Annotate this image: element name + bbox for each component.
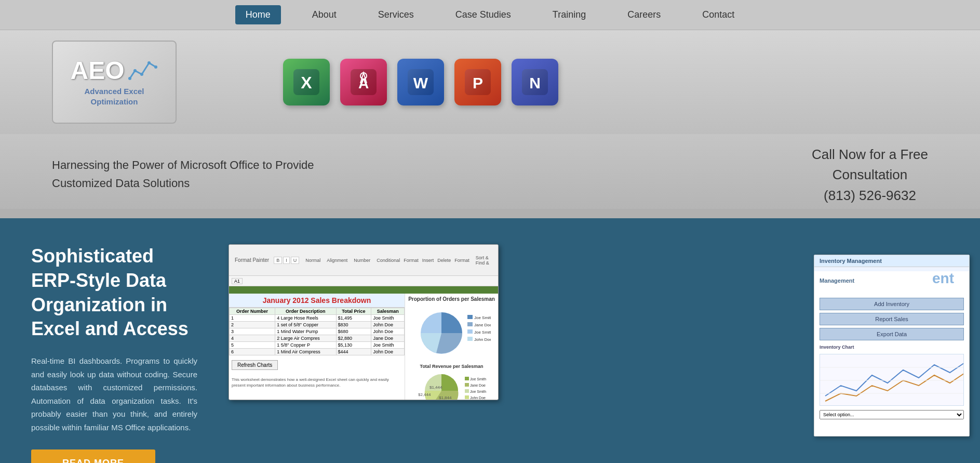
- nav-about[interactable]: About: [302, 5, 347, 24]
- excel-screenshot-main: Format Painter B I U Normal Alignment Nu…: [229, 244, 499, 400]
- svg-text:P: P: [473, 74, 483, 91]
- excel-col-headers: [229, 286, 498, 294]
- logo-chart-icon: [127, 58, 158, 84]
- svg-rect-22: [467, 315, 473, 319]
- svg-text:$1,844: $1,844: [439, 395, 452, 400]
- partial-text-ent: ent: [932, 270, 954, 287]
- sm-chart-label: Inventory Chart: [820, 345, 964, 350]
- excel-description-text: This worksheet demonstrates how a well-d…: [229, 374, 405, 391]
- cta-line2: Consultation: [833, 167, 908, 182]
- svg-text:John Doe: John Doe: [470, 396, 486, 400]
- excel-content-area: January 2012 Sales Breakdown Order Numbe…: [229, 294, 498, 400]
- section-description: Real-time BI dashboards. Programs to qui…: [31, 354, 197, 434]
- sm-add-inventory-btn[interactable]: Add Inventory: [820, 298, 964, 310]
- sm-report-sales-btn[interactable]: Report Sales: [820, 313, 964, 325]
- cta-block: Call Now for a Free Consultation (813) 5…: [812, 144, 928, 204]
- tagline-line2: Customized Data Solutions: [52, 177, 190, 190]
- pie-chart: Joe Smith Jane Doe Joe Smith John Doe: [408, 305, 491, 356]
- svg-text:Joe Smith: Joe Smith: [474, 315, 491, 320]
- svg-rect-34: [465, 377, 469, 380]
- svg-point-2: [140, 73, 143, 76]
- svg-point-0: [128, 77, 131, 80]
- nav-careers[interactable]: Careers: [617, 5, 671, 24]
- svg-text:Joe Smith: Joe Smith: [474, 330, 491, 335]
- nav-training[interactable]: Training: [542, 5, 596, 24]
- table-row: 14 Large Hose Reels$1,495Joe Smith: [230, 315, 405, 322]
- table-row: 21 set of 5/8" Copper$830John Doe: [230, 322, 405, 328]
- content-left: Sophisticated ERP-Style Data Organizatio…: [31, 244, 197, 463]
- svg-text:A: A: [358, 75, 369, 91]
- svg-point-3: [147, 61, 151, 64]
- hero-divider: [0, 209, 980, 218]
- read-more-button[interactable]: READ MORE: [31, 449, 155, 463]
- sm-select[interactable]: Select option...: [820, 410, 964, 419]
- powerpoint-icon: P: [454, 59, 501, 105]
- main-navigation: Home About Services Case Studies Trainin…: [0, 0, 980, 30]
- formula-bar: A1: [229, 276, 498, 286]
- main-content-section: Sophisticated ERP-Style Data Organizatio…: [0, 218, 980, 463]
- ms-office-icons: X A: [280, 56, 561, 108]
- svg-text:Jane Doe: Jane Doe: [474, 323, 491, 327]
- refresh-charts-button[interactable]: Refresh Charts: [232, 360, 278, 370]
- svg-text:X: X: [301, 73, 312, 92]
- company-logo: AEO Advanced Excel Optimization: [52, 41, 177, 124]
- onenote-icon: N: [512, 59, 558, 105]
- excel-chart-area: Proportion of Orders per Salesman Joe Sm…: [405, 294, 498, 400]
- phone-number[interactable]: (813) 526-9632: [812, 188, 928, 204]
- svg-rect-40: [465, 395, 469, 399]
- svg-text:Jane Doe: Jane Doe: [470, 383, 486, 387]
- excel-table-area: January 2012 Sales Breakdown Order Numbe…: [229, 294, 405, 400]
- svg-text:W: W: [413, 74, 428, 91]
- svg-text:$2,444: $2,444: [418, 392, 431, 397]
- table-row: 42 Large Air Compres$2,880Jane Doe: [230, 335, 405, 342]
- table-row: 61 Mind Air Compress$444John Doe: [230, 349, 405, 355]
- sm-chart: [820, 354, 964, 406]
- hero-tagline-section: Harnessing the Power of Microsoft Office…: [0, 134, 980, 209]
- sm-header: Inventory Management: [814, 255, 969, 267]
- svg-point-1: [133, 69, 137, 72]
- svg-rect-24: [467, 322, 473, 326]
- svg-text:$1,444: $1,444: [429, 385, 442, 390]
- table-row: 51 5/8" Copper P$5,130Joe Smith: [230, 342, 405, 349]
- tagline-line1: Harnessing the Power of Microsoft Office…: [52, 158, 314, 171]
- nav-case-studies[interactable]: Case Studies: [445, 5, 521, 24]
- hero-top-row: AEO Advanced Excel Optimization: [52, 41, 561, 124]
- sm-export-btn[interactable]: Export Data: [820, 328, 964, 340]
- excel-toolbar: Format Painter B I U Normal Alignment Nu…: [229, 245, 498, 276]
- svg-rect-28: [467, 337, 473, 341]
- cta-line1: Call Now for a Free: [812, 147, 928, 162]
- excel-data-table: Order Number Order Description Total Pri…: [229, 308, 405, 355]
- svg-rect-26: [467, 329, 473, 334]
- nav-services[interactable]: Services: [368, 5, 424, 24]
- logo-abbrev: AEO: [70, 58, 124, 83]
- revenue-pie-chart: $1,444 $1,844 $2,444 Joe Smith Jane Doe …: [408, 369, 491, 400]
- word-icon: W: [397, 59, 444, 105]
- excel-icon: X: [283, 59, 330, 105]
- svg-text:N: N: [529, 74, 541, 91]
- logo-subtitle: Advanced Excel Optimization: [84, 86, 144, 107]
- svg-text:Joe Smith: Joe Smith: [470, 390, 486, 393]
- excel-sheet-title: January 2012 Sales Breakdown: [229, 294, 405, 308]
- svg-rect-38: [465, 389, 469, 393]
- chart2-title: Total Revenue per Salesman: [408, 364, 495, 369]
- table-row: 31 Mind Water Pump$680John Doe: [230, 328, 405, 335]
- access-icon: A: [340, 59, 387, 105]
- svg-point-4: [154, 65, 157, 69]
- nav-contact[interactable]: Contact: [692, 5, 745, 24]
- svg-rect-36: [465, 383, 469, 387]
- hero-top: AEO Advanced Excel Optimization: [0, 30, 980, 134]
- nav-home[interactable]: Home: [235, 5, 281, 24]
- chart-title: Proportion of Orders per Salesman: [408, 296, 495, 302]
- section-title: Sophisticated ERP-Style Data Organizatio…: [31, 244, 197, 341]
- svg-text:Joe Smith: Joe Smith: [470, 377, 486, 381]
- content-right: Format Painter B I U Normal Alignment Nu…: [229, 244, 949, 400]
- svg-text:John Doe: John Doe: [474, 337, 491, 342]
- hero-tagline: Harnessing the Power of Microsoft Office…: [52, 156, 314, 192]
- sm-dropdown-area: Select option...: [820, 410, 964, 419]
